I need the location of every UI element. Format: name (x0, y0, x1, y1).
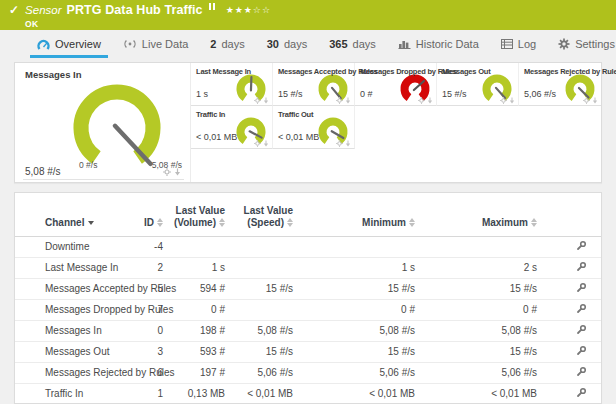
table-row: Messages Dropped by Rules 7 0 # 0 # 0 # (15, 300, 601, 321)
tab-365-days[interactable]: 365days (318, 30, 387, 58)
col-minimum[interactable]: Minimum (297, 193, 419, 237)
table-row: Downtime -4 (15, 237, 601, 258)
divider (23, 179, 184, 180)
sort-icon (219, 218, 225, 227)
small-gauges-grid: Last Message In 1 s Messages Accepted by… (191, 63, 601, 182)
bar-chart-icon (398, 39, 411, 49)
tab-2-days[interactable]: 2days (199, 30, 255, 58)
gauge-messages-accepted[interactable]: Messages Accepted by Rules 15 #/s (273, 63, 355, 106)
pin-arrow-icon[interactable] (263, 140, 269, 147)
pin-arrow-icon[interactable] (174, 168, 181, 176)
table-row: Traffic In 1 0,13 MB < 0,01 MB < 0,01 MB… (15, 384, 601, 404)
gauge-messages-out[interactable]: Messages Out 15 #/s (437, 63, 519, 106)
channel-gear-icon[interactable] (500, 97, 507, 104)
channel-name: Traffic In (15, 384, 135, 404)
priority-stars[interactable]: ★★★☆☆ (226, 4, 271, 17)
tab-settings[interactable]: Settings (547, 30, 616, 58)
gauge-last-message-in[interactable]: Last Message In 1 s (191, 63, 273, 106)
gauge-scale-min: 0 #/s (79, 160, 97, 170)
sensor-kind-label: Sensor (25, 4, 61, 17)
table-row: Last Message In 2 1 s 1 s 2 s (15, 258, 601, 279)
col-last-value-speed[interactable]: Last Value(Speed) (229, 193, 297, 237)
wrench-icon[interactable] (576, 282, 587, 296)
channel-name: Messages Rejected by Rules (15, 363, 135, 384)
status-badge: OK (25, 19, 271, 29)
gauge-icon (37, 39, 50, 50)
tab-historic-data[interactable]: Historic Data (387, 30, 490, 58)
col-actions (541, 193, 601, 237)
status-ok-check-icon: ✓ (9, 4, 19, 16)
channel-gear-icon[interactable] (336, 97, 343, 104)
channel-name: Messages In (15, 321, 135, 342)
sort-icon (531, 218, 537, 227)
wrench-icon[interactable] (576, 366, 587, 380)
channel-gear-icon[interactable] (336, 140, 343, 147)
sensor-title: PRTG Data Hub Traffic (67, 4, 203, 17)
pin-arrow-icon[interactable] (592, 97, 598, 104)
channel-gear-icon[interactable] (254, 140, 261, 147)
sensor-header: ✓ Sensor PRTG Data Hub Traffic ★★★☆☆ OK (0, 0, 616, 30)
pause-icon[interactable] (209, 3, 215, 10)
tab-30-days[interactable]: 30days (256, 30, 319, 58)
table-row: Messages Accepted by Rules 5 594 # 15 #/… (15, 279, 601, 300)
table-header-row: Channel ID Last Value(Volume) Last Value… (15, 193, 601, 237)
pin-arrow-icon[interactable] (263, 97, 269, 104)
dropdown-caret-icon (88, 221, 94, 225)
tab-bar: Overview Live Data 2days 30days 365days … (0, 30, 616, 58)
channel-name: Last Message In (15, 258, 135, 279)
table-row: Messages Rejected by Rules 6 197 # 5,06 … (15, 363, 601, 384)
wrench-icon[interactable] (576, 240, 587, 254)
channel-gear-icon[interactable] (254, 97, 261, 104)
pin-arrow-icon[interactable] (345, 97, 351, 104)
channel-gear-icon[interactable] (418, 97, 425, 104)
tab-log[interactable]: Log (490, 30, 547, 58)
channel-name: Messages Dropped by Rules (15, 300, 135, 321)
wrench-icon[interactable] (576, 303, 587, 317)
col-maximum[interactable]: Maximum (419, 193, 541, 237)
pin-arrow-icon[interactable] (427, 97, 433, 104)
gauge-traffic-out[interactable]: Traffic Out < 0,01 MB (273, 106, 355, 149)
pin-arrow-icon[interactable] (345, 140, 351, 147)
tab-live-data[interactable]: Live Data (112, 30, 199, 58)
live-signal-icon (123, 39, 137, 49)
channel-table-panel: Channel ID Last Value(Volume) Last Value… (14, 192, 602, 404)
gauge-traffic-in[interactable]: Traffic In < 0,01 MB (191, 106, 273, 149)
channel-name: Downtime (15, 237, 135, 258)
table-row: Messages Out 3 593 # 15 #/s 15 #/s 15 #/… (15, 342, 601, 363)
log-list-icon (501, 39, 513, 49)
gauge-current-value: 5,08 #/s (25, 166, 61, 177)
table-row: Messages In 0 198 # 5,08 #/s 5,08 #/s 5,… (15, 321, 601, 342)
wrench-icon[interactable] (576, 345, 587, 359)
channel-gear-icon[interactable] (163, 168, 171, 176)
channel-table: Channel ID Last Value(Volume) Last Value… (15, 193, 601, 404)
gauge-messages-rejected[interactable]: Messages Rejected by Rules 5,06 #/s (519, 63, 601, 106)
sort-icon (287, 218, 293, 227)
gear-icon (558, 38, 570, 50)
col-last-value-volume[interactable]: Last Value(Volume) (167, 193, 229, 237)
channel-gear-icon[interactable] (583, 97, 590, 104)
sort-icon (157, 218, 163, 227)
tab-overview[interactable]: Overview (26, 30, 112, 58)
sort-icon (409, 218, 415, 227)
pin-arrow-icon[interactable] (509, 97, 515, 104)
col-id[interactable]: ID (135, 193, 167, 237)
col-channel[interactable]: Channel (15, 193, 135, 237)
gauges-panel: Messages In 0 #/s 5,08 #/s 5,08 #/s Last… (14, 62, 602, 183)
wrench-icon[interactable] (576, 261, 587, 275)
wrench-icon[interactable] (576, 387, 587, 401)
channel-name: Messages Accepted by Rules (15, 279, 135, 300)
channel-name: Messages Out (15, 342, 135, 363)
gauge-messages-in[interactable]: Messages In 0 #/s 5,08 #/s 5,08 #/s (15, 63, 191, 182)
wrench-icon[interactable] (576, 324, 587, 338)
gauge-messages-dropped[interactable]: Messages Dropped by Rules 0 # (355, 63, 437, 106)
